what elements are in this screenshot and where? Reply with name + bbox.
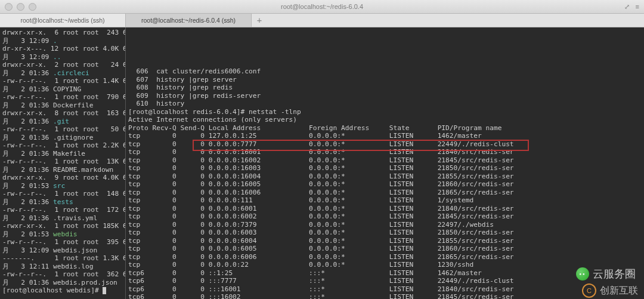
new-tab-button[interactable]: +: [252, 14, 267, 27]
tab-redis[interactable]: root@localhost:~/redis-6.0.4 (ssh): [126, 14, 252, 27]
tab-webdis[interactable]: root@localhost:~/webdis (ssh): [0, 14, 126, 27]
ls-line-cont: 月 2 01:36 Makefile: [2, 150, 123, 158]
window-right-icons: ⤢ ≡: [624, 3, 639, 11]
ls-line-cont: 月 2 01:36 .circleci: [2, 69, 123, 78]
ls-line-cont: 月 2 01:36 webdis.prod.json: [2, 279, 123, 287]
netstat-row: tcp 0 0 0.0.0.0:16003 0.0.0.0:* LISTEN 2…: [128, 164, 642, 172]
ls-line-cont: 月 3 12:09 webdis.json: [2, 246, 123, 255]
ls-line: dr-xr-x---. 12 root root 4.0K 6: [2, 45, 123, 53]
netstat-row: tcp 0 0 0.0.0.0:22 0.0.0.0:* LISTEN 1230…: [128, 261, 642, 269]
ls-line-cont: 月 3 12:09 .: [2, 37, 123, 45]
ls-line: -rw-r--r--. 1 root root 362 6: [2, 270, 123, 279]
ls-line: -------. 1 root root 1.3K 6: [2, 254, 123, 263]
history-line: 608 history |grep redis: [128, 84, 642, 92]
ls-line: drwxr-xr-x. 9 root root 4.0K 6: [2, 174, 123, 182]
ls-line-cont: 月 2 01:36 Dockerfile: [2, 101, 123, 110]
ls-line-cont: 月 2 01:36 COPYING: [2, 85, 123, 94]
netstat-header: Active Internet connections (only server…: [128, 116, 642, 124]
ls-line: -rw-r--r--. 1 root root 395 6: [2, 238, 123, 246]
ls-line-cont: 月 2 01:36 .git: [2, 118, 123, 126]
workspace: drwxr-xr-x. 6 root root 243 6月 3 12:09 .…: [0, 27, 644, 299]
netstat-row: tcp 0 0 0.0.0.0:16001 0.0.0.0:* LISTEN 2…: [128, 148, 642, 156]
menu-icon[interactable]: ≡: [636, 3, 639, 11]
ls-line-cont: 月 2 01:36 .travis.yml: [2, 214, 123, 223]
netstat-row: tcp6 0 0 :::7777 :::* LISTEN 22449/./red…: [128, 277, 642, 285]
ls-line-cont: 月 2 01:36 README.markdown: [2, 166, 123, 174]
netstat-row: tcp6 0 0 :::16002 :::* LISTEN 21845/src/…: [128, 293, 642, 299]
ls-line: -rw-r--r--. 1 root root 50 6: [2, 125, 123, 134]
tab-label: root@localhost:~/redis-6.0.4 (ssh): [141, 17, 236, 24]
history-line: 606 cat cluster/redis6006.conf: [128, 67, 642, 76]
ls-line: -rw-r--r--. 1 root root 172 6: [2, 206, 123, 214]
ls-line-cont: 月 2 01:53 src: [2, 182, 123, 190]
history-line: 610 history: [128, 100, 642, 108]
ls-line-cont: 月 3 12:09 ..: [2, 53, 123, 61]
ls-line: drwxr-xr-x. 6 root root 243 6: [2, 29, 123, 37]
ls-line: drwxr-xr-x. 2 root root 24 6: [2, 61, 123, 69]
netstat-columns: Proto Recv-Q Send-Q Local Address Foreig…: [128, 124, 642, 132]
prompt-left[interactable]: [root@localhost webdis]#: [2, 286, 123, 295]
tab-bar: root@localhost:~/webdis (ssh) root@local…: [0, 14, 644, 27]
ls-line: -rw-r--r--. 1 root root 1.4K 6: [2, 77, 123, 85]
netstat-row: tcp 0 0 0.0.0.0:6005 0.0.0.0:* LISTEN 21…: [128, 245, 642, 253]
terminal-pane-right[interactable]: 云服务圈 C 创新互联 606 cat cluster/redis6006.co…: [126, 27, 644, 299]
netstat-row: tcp6 0 0 ::1:25 :::* LISTEN 1462/master: [128, 269, 642, 278]
ls-line: -rw-r--r--. 1 root root 13K 6: [2, 158, 123, 166]
netstat-row: tcp 0 0 0.0.0.0:6002 0.0.0.0:* LISTEN 21…: [128, 212, 642, 221]
ls-line: drwxr-xr-x. 8 root root 163 6: [2, 109, 123, 118]
ls-line-cont: 月 2 01:36 .gitignore: [2, 134, 123, 142]
prompt-line: [root@localhost redis-6.0.4]# netstat -t…: [128, 108, 642, 116]
netstat-row: tcp 0 0 0.0.0.0:16004 0.0.0.0:* LISTEN 2…: [128, 172, 642, 181]
netstat-row: tcp 0 0 0.0.0.0:16005 0.0.0.0:* LISTEN 2…: [128, 180, 642, 189]
netstat-row: tcp 0 0 0.0.0.0:7777 0.0.0.0:* LISTEN 22…: [128, 140, 642, 149]
ls-line-cont: 月 2 01:53 webdis: [2, 230, 123, 239]
ls-line: -rw-r--r--. 1 root root 2.2K 6: [2, 141, 123, 150]
ls-line: -rw-r--r--. 1 root root 148 6: [2, 190, 123, 198]
netstat-row: tcp 0 0 0.0.0.0:7379 0.0.0.0:* LISTEN 22…: [128, 221, 642, 229]
window-titlebar: root@localhost:~/redis-6.0.4 ⤢ ≡: [0, 0, 644, 14]
netstat-row: tcp 0 0 0.0.0.0:6001 0.0.0.0:* LISTEN 21…: [128, 205, 642, 213]
terminal-pane-left[interactable]: drwxr-xr-x. 6 root root 243 6月 3 12:09 .…: [0, 27, 125, 299]
ls-line-cont: 月 2 01:36 tests: [2, 198, 123, 206]
history-line: 609 history |grep redis-server: [128, 92, 642, 100]
history-line: 607 history |grep server: [128, 76, 642, 84]
ls-line-cont: 月 3 12:11 webdis.log: [2, 263, 123, 271]
netstat-row: tcp 0 0 0.0.0.0:6004 0.0.0.0:* LISTEN 21…: [128, 237, 642, 245]
netstat-row: tcp 0 0 0.0.0.0:111 0.0.0.0:* LISTEN 1/s…: [128, 196, 642, 205]
tab-label: root@localhost:~/webdis (ssh): [20, 17, 104, 24]
ls-line: -rw-r--r--. 1 root root 790 6: [2, 93, 123, 101]
expand-icon[interactable]: ⤢: [624, 3, 630, 11]
netstat-row: tcp 0 0 0.0.0.0:6006 0.0.0.0:* LISTEN 21…: [128, 253, 642, 261]
netstat-row: tcp 0 0 0.0.0.0:16006 0.0.0.0:* LISTEN 2…: [128, 189, 642, 197]
window-title: root@localhost:~/redis-6.0.4: [0, 3, 644, 10]
ls-line: -rwxr-xr-x. 1 root root 185K 6: [2, 222, 123, 230]
netstat-row: tcp 0 0 127.0.0.1:25 0.0.0.0:* LISTEN 14…: [128, 132, 642, 140]
netstat-row: tcp6 0 0 :::16001 :::* LISTEN 21840/src/…: [128, 285, 642, 294]
netstat-row: tcp 0 0 0.0.0.0:16002 0.0.0.0:* LISTEN 2…: [128, 156, 642, 165]
netstat-row: tcp 0 0 0.0.0.0:6003 0.0.0.0:* LISTEN 21…: [128, 229, 642, 237]
